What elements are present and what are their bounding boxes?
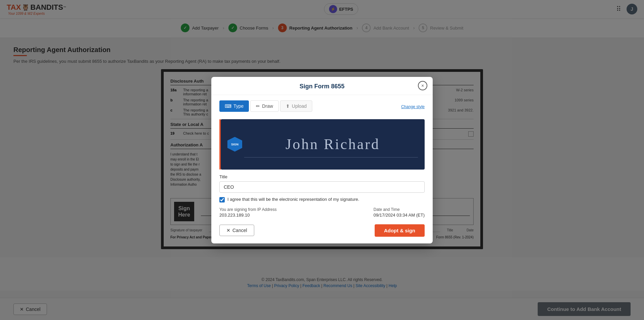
upload-icon: ⬆	[286, 103, 290, 109]
pen-icon: ✏	[256, 103, 260, 109]
agree-text: I agree that this will be the electronic…	[227, 197, 359, 202]
signature-preview: SIGN John Richard	[221, 119, 425, 170]
sig-preview-row: SIGN John Richard	[219, 119, 425, 170]
tab-type-label: Type	[233, 103, 244, 109]
date-label: Date and Time	[374, 207, 425, 212]
modal-header: Sign Form 8655 ×	[211, 77, 433, 95]
ip-col: You are signing from IP Address 203.223.…	[219, 207, 277, 218]
tab-draw-label: Draw	[262, 103, 273, 109]
tab-draw[interactable]: ✏ Draw	[250, 100, 279, 112]
tab-upload[interactable]: ⬆ Upload	[280, 100, 312, 112]
modal-title: Sign Form 8655	[300, 83, 344, 90]
modal-close-button[interactable]: ×	[418, 81, 427, 90]
title-input[interactable]	[219, 181, 425, 193]
agree-row: I agree that this will be the electronic…	[219, 197, 425, 202]
change-style-anchor[interactable]: Change style	[401, 104, 425, 109]
cancel-button[interactable]: ✕ Cancel	[219, 225, 254, 236]
cancel-label: Cancel	[232, 228, 247, 233]
ip-label: You are signing from IP Address	[219, 207, 277, 212]
title-field-label: Title	[219, 174, 425, 179]
change-style-link[interactable]: Change style	[401, 104, 425, 109]
date-col: Date and Time 09/17/2024 03:34 AM (ET)	[374, 207, 425, 218]
date-value: 09/17/2024 03:34 AM (ET)	[374, 213, 425, 218]
agree-checkbox[interactable]	[219, 197, 225, 202]
tab-upload-label: Upload	[292, 103, 307, 109]
sign-form-modal: Sign Form 8655 × ⌨ Type ✏ Draw	[211, 77, 433, 243]
cancel-x-icon: ✕	[226, 228, 230, 233]
shield-icon: SIGN	[227, 137, 242, 152]
ip-value: 203.223.189.10	[219, 213, 277, 218]
sig-badge: SIGN	[227, 136, 242, 153]
keyboard-icon: ⌨	[225, 103, 231, 109]
tabs-row: ⌨ Type ✏ Draw ⬆ Upload Cha	[219, 100, 425, 116]
modal-footer: ✕ Cancel Adopt & sign	[219, 223, 425, 237]
signature-text: John Richard	[285, 136, 380, 153]
modal-body: ⌨ Type ✏ Draw ⬆ Upload Cha	[211, 95, 433, 243]
modal-overlay: Sign Form 8655 × ⌨ Type ✏ Draw	[0, 0, 644, 320]
sign-badge-text: SIGN	[231, 143, 238, 146]
adopt-sign-button[interactable]: Adopt & sign	[375, 224, 425, 237]
sign-tabs: ⌨ Type ✏ Draw ⬆ Upload	[219, 100, 312, 112]
info-row: You are signing from IP Address 203.223.…	[219, 207, 425, 218]
sig-underline	[244, 157, 418, 157]
tab-type[interactable]: ⌨ Type	[219, 100, 249, 112]
